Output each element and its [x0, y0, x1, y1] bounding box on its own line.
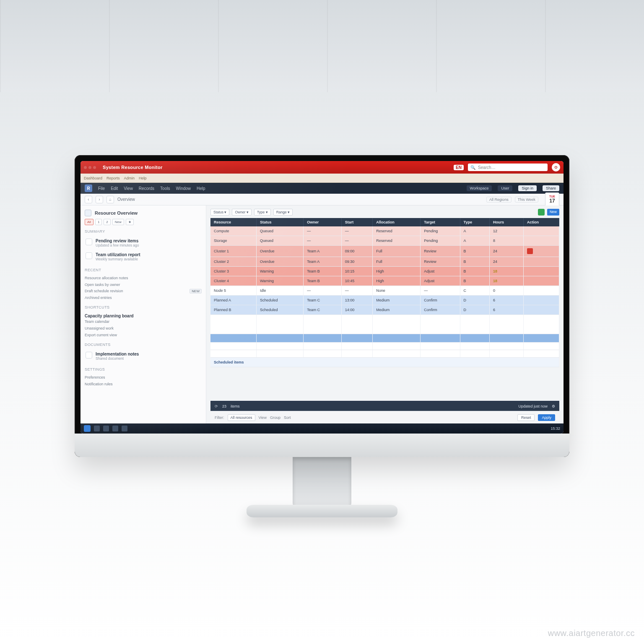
sidebar-tab[interactable]: ★ — [126, 219, 134, 225]
table-row[interactable]: Cluster 2OverdueTeam A09:30FullReviewB24 — [210, 257, 559, 267]
col-header[interactable]: Type — [460, 218, 489, 226]
sidebar-settings-link[interactable]: Preferences — [85, 374, 202, 381]
bottom-label[interactable]: Group — [270, 415, 280, 420]
menu-item[interactable]: Help — [197, 186, 205, 191]
gear-icon[interactable]: ⚙ — [552, 404, 555, 408]
sidebar-link[interactable]: Archived entries — [85, 294, 202, 301]
table-cell — [256, 315, 303, 334]
sidebar-tab[interactable]: All — [85, 219, 93, 225]
col-header[interactable]: Status — [256, 218, 303, 226]
sidebar-shortcut[interactable]: Capacity planning board — [85, 312, 202, 318]
table-cell: Cluster 3 — [210, 267, 256, 276]
table-cell — [373, 315, 421, 334]
sidebar-tab[interactable]: 1 — [95, 219, 102, 225]
breadcrumb[interactable]: Overview — [117, 197, 135, 202]
new-button[interactable]: New — [547, 209, 559, 216]
table-row[interactable]: Planned BScheduledTeam C14:00MediumConfi… — [210, 305, 559, 315]
col-header[interactable]: Target — [421, 218, 460, 226]
taskbar-app-icon[interactable] — [103, 426, 109, 431]
sidebar-link[interactable]: Open tasks by owner — [85, 281, 202, 288]
filter-chip[interactable]: All Regions — [486, 197, 512, 203]
status-bar: ⟳ 23 items Updated just now ⚙ — [210, 401, 559, 411]
sidebar-item[interactable]: Pending review items Updated a few minut… — [85, 236, 202, 250]
taskbar-app-icon[interactable] — [94, 426, 100, 431]
filter-chip[interactable]: This Week — [515, 197, 538, 203]
table-cell: 09:30 — [341, 257, 373, 267]
table-cell: Overdue — [256, 246, 303, 257]
table-cell: Team B — [304, 267, 342, 276]
back-icon[interactable]: ‹ — [85, 196, 92, 203]
filter-dropdown[interactable]: Range ▾ — [273, 209, 293, 216]
alert-icon[interactable] — [527, 248, 533, 254]
table-filters: Status ▾ Owner ▾ Type ▾ Range ▾ New — [210, 209, 559, 216]
bookmark-item[interactable]: Admin — [124, 176, 135, 180]
brand-icon[interactable]: O — [552, 163, 560, 171]
filter-dropdown[interactable]: Status ▾ — [210, 209, 229, 216]
start-icon[interactable] — [84, 425, 91, 432]
menu-item[interactable]: Tools — [160, 186, 170, 191]
table-row[interactable]: StorageQueued——ReservedPendingA8 — [210, 236, 559, 246]
table-row[interactable]: Cluster 1OverdueTeam A09:00FullReviewB24 — [210, 246, 559, 257]
col-header[interactable]: Action — [524, 218, 559, 226]
sidebar-link[interactable]: Resource allocation notes — [85, 275, 202, 281]
filter-dropdown[interactable]: Owner ▾ — [232, 209, 251, 216]
bookmarks-bar: Dashboard Reports Admin Help — [80, 174, 564, 183]
add-icon[interactable] — [538, 209, 545, 216]
bookmark-item[interactable]: Dashboard — [84, 176, 102, 180]
menu-item[interactable]: Window — [176, 186, 191, 191]
menu-item[interactable]: Records — [139, 186, 154, 191]
table-row[interactable]: Cluster 4WarningTeam B10:45HighAdjustB18 — [210, 276, 559, 286]
sidebar-item[interactable]: Team utilization report Weekly summary a… — [85, 250, 202, 264]
table-row[interactable]: Planned AScheduledTeam C13:00MediumConfi… — [210, 296, 559, 305]
table-row[interactable]: Cluster 3WarningTeam B10:15HighAdjustB18 — [210, 267, 559, 276]
forward-icon[interactable]: › — [96, 196, 103, 203]
col-header[interactable]: Hours — [489, 218, 523, 226]
table-cell: Adjust — [421, 267, 460, 276]
sidebar-settings-link[interactable]: Notification rules — [85, 381, 202, 387]
bookmark-item[interactable]: Help — [139, 176, 147, 180]
bookmark-item[interactable]: Reports — [106, 176, 120, 180]
menu-item[interactable]: View — [124, 186, 133, 191]
table-cell: Node 5 — [210, 286, 256, 296]
app-logo-icon[interactable]: R — [85, 184, 92, 192]
menu-item[interactable]: File — [98, 186, 105, 191]
bottom-label[interactable]: View — [259, 415, 267, 420]
reset-button[interactable]: Reset — [517, 414, 535, 421]
bottom-label[interactable]: Sort — [284, 415, 291, 420]
table-row[interactable]: Node 5Idle——None—C0 — [210, 286, 559, 296]
signin-button[interactable]: Sign in — [518, 185, 537, 191]
apply-button[interactable]: Apply — [538, 414, 555, 421]
sidebar-section: SUMMARY — [85, 229, 202, 234]
table-cell: 10:45 — [341, 276, 373, 286]
browser-search[interactable]: 🔍 Search… — [468, 164, 548, 171]
filter-field[interactable]: All resources — [228, 414, 255, 421]
filter-dropdown[interactable]: Type ▾ — [254, 209, 271, 216]
sidebar-shortcut[interactable]: Team calendar — [85, 318, 202, 325]
share-button[interactable]: Share — [543, 185, 559, 191]
col-header[interactable]: Start — [341, 218, 373, 226]
tray-clock[interactable]: 15:32 — [551, 426, 560, 431]
sidebar-doc[interactable]: Implementation notes Shared document — [85, 349, 202, 363]
taskbar-app-icon[interactable] — [122, 426, 127, 431]
taskbar-app-icon[interactable] — [112, 426, 118, 431]
sidebar-tab[interactable]: 2 — [104, 219, 110, 225]
date-badge[interactable]: TUE 17 — [545, 192, 559, 207]
sidebar-shortcut[interactable]: Unassigned work — [85, 325, 202, 332]
table-cell — [489, 315, 523, 334]
window-controls[interactable] — [84, 166, 96, 169]
status-text: items — [231, 404, 240, 408]
home-icon[interactable]: ⌂ — [106, 196, 114, 203]
user-pill[interactable]: User — [498, 185, 512, 191]
menu-item[interactable]: Edit — [111, 186, 118, 191]
workspace-pill[interactable]: Workspace — [467, 185, 492, 191]
file-icon — [86, 352, 92, 358]
sidebar-tab[interactable]: New — [112, 219, 124, 225]
sidebar-link[interactable]: Draft schedule revision NEW — [85, 288, 202, 294]
table-row[interactable]: ComputeQueued——ReservedPendingA12 — [210, 226, 559, 236]
refresh-icon[interactable]: ⟳ — [215, 404, 218, 408]
lang-badge[interactable]: EN — [454, 165, 464, 170]
col-header[interactable]: Resource — [210, 218, 256, 226]
col-header[interactable]: Owner — [304, 218, 342, 226]
sidebar-shortcut[interactable]: Export current view — [85, 332, 202, 338]
col-header[interactable]: Allocation — [373, 218, 421, 226]
